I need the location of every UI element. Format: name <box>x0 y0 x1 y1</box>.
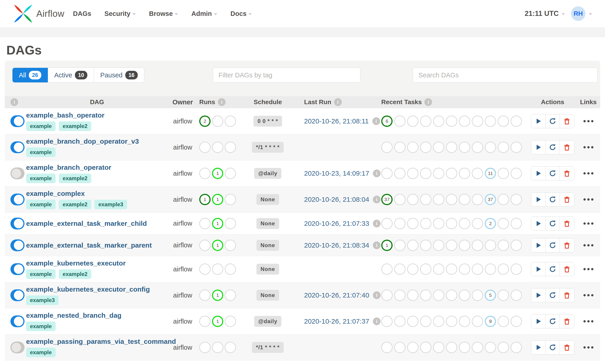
recent-task-circle-empty[interactable] <box>381 290 393 301</box>
recent-task-circle-empty[interactable] <box>446 194 457 205</box>
recent-task-circle-empty[interactable] <box>459 342 470 353</box>
recent-task-circle-empty[interactable] <box>446 116 457 127</box>
recent-task-circle-empty[interactable] <box>420 342 431 353</box>
refresh-dag-button[interactable] <box>546 167 560 180</box>
recent-task-circle-empty[interactable] <box>394 218 406 229</box>
nav-item-browse[interactable]: Browse <box>149 10 178 17</box>
recent-task-circle-success[interactable]: 6 <box>381 116 393 127</box>
recent-task-circle-empty[interactable] <box>433 116 444 127</box>
recent-task-circle-empty[interactable] <box>420 194 431 205</box>
recent-task-circle-empty[interactable] <box>472 116 483 127</box>
recent-task-circle-empty[interactable] <box>511 194 522 205</box>
run-status-circle-empty[interactable] <box>199 218 211 229</box>
run-status-circle-empty[interactable] <box>199 168 211 179</box>
recent-task-circle-empty[interactable] <box>472 218 483 229</box>
recent-task-circle-empty[interactable] <box>485 240 496 251</box>
trigger-dag-button[interactable] <box>531 288 546 302</box>
recent-task-circle-empty[interactable] <box>459 263 470 275</box>
dag-link[interactable]: example_branch_dop_operator_v3 <box>26 138 139 145</box>
run-status-circle-empty[interactable] <box>199 342 211 353</box>
recent-task-circle-empty[interactable] <box>381 218 393 229</box>
dag-link[interactable]: example_kubernetes_executor_config <box>26 286 150 293</box>
run-status-circle-running[interactable]: 1 <box>212 240 223 251</box>
delete-dag-button[interactable] <box>560 167 574 180</box>
trigger-dag-button[interactable] <box>531 341 546 354</box>
dag-pause-toggle[interactable] <box>11 168 25 179</box>
links-more-button[interactable] <box>581 144 596 151</box>
recent-task-circle-empty[interactable] <box>394 240 406 251</box>
last-run-link[interactable]: 2020-10-26, 21:08:04 <box>304 196 369 203</box>
run-status-circle-empty[interactable] <box>199 240 211 251</box>
recent-task-circle-empty[interactable] <box>446 218 457 229</box>
recent-task-circle-empty[interactable] <box>472 342 483 353</box>
dag-pause-toggle[interactable] <box>11 239 25 251</box>
links-more-button[interactable] <box>581 318 596 325</box>
recent-task-circle-empty[interactable] <box>394 142 406 153</box>
recent-task-circle-empty[interactable] <box>472 240 483 251</box>
dag-tag[interactable]: example3 <box>26 296 59 305</box>
dag-tag[interactable]: example <box>26 269 56 279</box>
dag-tag[interactable]: example <box>26 348 56 357</box>
refresh-dag-button[interactable] <box>546 114 560 128</box>
tag-filter-input[interactable] <box>213 68 360 83</box>
recent-task-circle-empty[interactable] <box>381 316 393 327</box>
refresh-dag-button[interactable] <box>546 288 560 302</box>
delete-dag-button[interactable] <box>560 238 574 252</box>
recent-task-circle-empty[interactable] <box>472 263 483 275</box>
last-run-link[interactable]: 2020-10-26, 21:07:40 <box>304 291 369 299</box>
run-status-circle-empty[interactable] <box>212 342 223 353</box>
run-status-circle-success[interactable]: 1 <box>199 194 211 205</box>
recent-task-circle-empty[interactable] <box>459 194 470 205</box>
run-status-circle-empty[interactable] <box>199 142 211 153</box>
delete-dag-button[interactable] <box>560 262 574 276</box>
last-run-link[interactable]: 2020-10-26, 21:07:37 <box>304 317 369 325</box>
recent-task-circle-empty[interactable] <box>511 240 522 251</box>
recent-task-circle-empty[interactable] <box>459 168 470 179</box>
refresh-dag-button[interactable] <box>546 341 560 354</box>
dag-pause-toggle[interactable] <box>11 341 25 353</box>
links-more-button[interactable] <box>581 266 596 273</box>
last-run-link[interactable]: 2020-10-26, 21:08:34 <box>304 241 369 249</box>
dag-link[interactable]: example_external_task_marker_child <box>26 220 147 227</box>
dag-tag[interactable]: example2 <box>59 269 91 279</box>
delete-dag-button[interactable] <box>560 314 574 328</box>
dag-link[interactable]: example_passing_params_via_test_command <box>26 338 176 345</box>
trigger-dag-button[interactable] <box>531 193 546 206</box>
trigger-dag-button[interactable] <box>531 314 546 328</box>
run-status-circle-empty[interactable] <box>225 240 236 251</box>
recent-task-circle-empty[interactable] <box>459 316 470 327</box>
tab-active[interactable]: Active10 <box>48 68 94 82</box>
airflow-brand[interactable]: Airflow <box>13 4 64 24</box>
recent-task-circle-empty[interactable] <box>420 116 431 127</box>
nav-item-docs[interactable]: Docs <box>231 10 252 17</box>
recent-task-circle-empty[interactable] <box>394 290 406 301</box>
recent-task-circle-empty[interactable] <box>381 168 393 179</box>
run-status-circle-empty[interactable] <box>212 142 223 153</box>
search-input[interactable] <box>413 68 597 83</box>
recent-task-circle-empty[interactable] <box>459 218 470 229</box>
dag-link[interactable]: example_external_task_marker_parent <box>26 241 152 249</box>
recent-task-circle-empty[interactable] <box>433 290 444 301</box>
dag-pause-toggle[interactable] <box>11 141 25 153</box>
dag-tag[interactable]: example <box>26 322 56 331</box>
recent-task-circle-empty[interactable] <box>381 142 393 153</box>
recent-task-circle-empty[interactable] <box>420 168 431 179</box>
recent-task-circle-empty[interactable] <box>485 342 496 353</box>
recent-task-circle-empty[interactable] <box>420 142 431 153</box>
recent-task-circle-empty[interactable] <box>498 316 509 327</box>
dag-pause-toggle[interactable] <box>11 263 25 275</box>
recent-task-circle-empty[interactable] <box>511 316 522 327</box>
recent-task-circle-none[interactable]: 5 <box>485 290 496 301</box>
trigger-dag-button[interactable] <box>531 262 546 276</box>
run-status-circle-empty[interactable] <box>225 142 236 153</box>
links-more-button[interactable] <box>581 118 596 125</box>
run-status-circle-running[interactable]: 1 <box>212 290 223 301</box>
recent-task-circle-empty[interactable] <box>459 290 470 301</box>
recent-task-circle-empty[interactable] <box>498 263 509 275</box>
recent-task-circle-empty[interactable] <box>407 116 418 127</box>
run-status-circle-empty[interactable] <box>199 290 211 301</box>
recent-task-circle-empty[interactable] <box>485 116 496 127</box>
run-status-circle-empty[interactable] <box>225 116 236 127</box>
refresh-dag-button[interactable] <box>546 238 560 252</box>
last-run-link[interactable]: 2020-10-26, 21:08:11 <box>304 117 369 125</box>
